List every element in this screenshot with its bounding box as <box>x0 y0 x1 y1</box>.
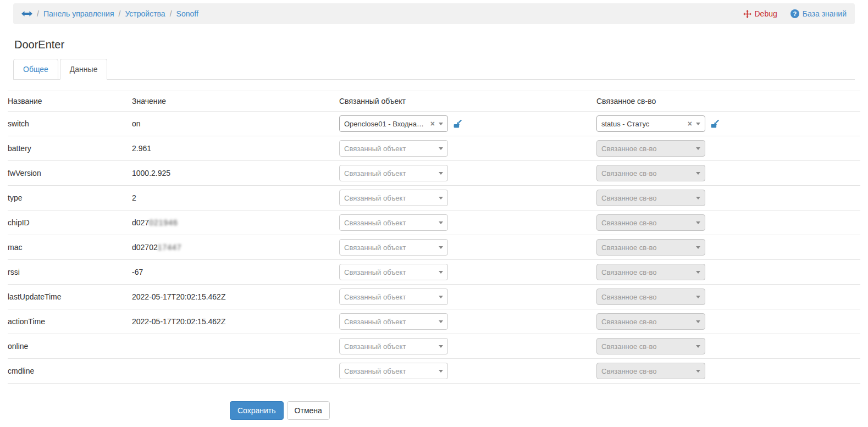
table-row: switch on Openclose01 - Входна…× status … <box>8 112 860 136</box>
linked-property-select: Связанное св-во <box>596 313 705 330</box>
table-body: switch on Openclose01 - Входна…× status … <box>8 112 860 384</box>
breadcrumb-link-devices[interactable]: Устройства <box>125 9 165 18</box>
select-value: Связанный объект <box>344 219 439 227</box>
select-value: Связанный объект <box>344 342 439 351</box>
select-value: Связанный объект <box>344 268 439 276</box>
chevron-down-icon <box>696 123 700 125</box>
linked-property-select[interactable]: status - Статус× <box>596 115 705 132</box>
linked-object-select[interactable]: Связанный объект <box>339 289 448 305</box>
select-value: Связанное св-во <box>601 219 696 227</box>
linked-property-select: Связанное св-во <box>596 190 705 206</box>
open-linked-object-icon <box>710 119 720 129</box>
breadcrumb-link-sonoff[interactable]: Sonoff <box>176 9 198 18</box>
redacted-value-part: 17447 <box>158 243 182 252</box>
chevron-down-icon <box>439 271 443 274</box>
param-name: lastUpdateTime <box>8 292 132 301</box>
left-right-arrow-icon <box>21 10 32 17</box>
tab-bar: Общее Данные <box>13 59 855 80</box>
redacted-value-part: 021946 <box>149 218 178 227</box>
select-value: Связанное св-во <box>601 194 696 202</box>
column-header-value: Значение <box>132 97 339 106</box>
open-linked-object-button[interactable] <box>453 119 462 129</box>
param-name: rssi <box>8 268 132 276</box>
chevron-down-icon <box>696 320 700 323</box>
cancel-button[interactable]: Отмена <box>287 401 330 420</box>
chevron-down-icon <box>439 172 443 175</box>
device-data-table: Название Значение Связанный объект Связа… <box>8 91 860 384</box>
chevron-down-icon <box>696 271 700 274</box>
clear-selection-icon[interactable]: × <box>688 120 692 127</box>
chevron-down-icon <box>696 345 700 348</box>
debug-link[interactable]: Debug <box>743 9 777 18</box>
chevron-down-icon <box>696 370 700 373</box>
debug-label: Debug <box>755 9 777 18</box>
param-value: d0270217447 <box>132 243 339 252</box>
param-name: online <box>8 342 132 351</box>
chevron-down-icon <box>439 320 443 323</box>
table-row: actionTime 2022-05-17T20:02:15.462Z Связ… <box>8 309 860 334</box>
column-header-linked-property: Связанное св-во <box>596 97 860 106</box>
chevron-down-icon <box>439 197 443 199</box>
chevron-down-icon <box>439 123 443 125</box>
select-value: Связанное св-во <box>601 342 696 351</box>
knowledge-base-link[interactable]: ? База знаний <box>790 9 847 18</box>
select-value: Связанное св-во <box>601 243 696 252</box>
chevron-down-icon <box>439 370 443 373</box>
knowledge-base-label: База знаний <box>803 9 847 18</box>
chevron-down-icon <box>696 172 700 175</box>
table-header-row: Название Значение Связанный объект Связа… <box>8 91 860 112</box>
tab-general[interactable]: Общее <box>13 59 58 80</box>
save-button[interactable]: Сохранить <box>230 401 284 420</box>
select-value: Связанный объект <box>344 243 439 252</box>
linked-object-select[interactable]: Связанный объект <box>339 264 448 280</box>
linked-property-select: Связанное св-во <box>596 165 705 181</box>
chevron-down-icon <box>696 147 700 150</box>
chevron-down-icon <box>439 296 443 298</box>
select-value: Связанный объект <box>344 367 439 375</box>
column-header-linked-object: Связанный объект <box>339 97 596 106</box>
linked-object-select[interactable]: Связанный объект <box>339 239 448 256</box>
table-row: chipID d027021946 Связанный объект Связа… <box>8 210 860 235</box>
table-row: fwVersion 1000.2.925 Связанный объект Св… <box>8 161 860 186</box>
chevron-down-icon <box>439 147 443 150</box>
param-name: fwVersion <box>8 169 132 178</box>
linked-object-select[interactable]: Openclose01 - Входна…× <box>339 115 448 132</box>
param-value: 2 <box>132 193 339 202</box>
linked-object-select[interactable]: Связанный объект <box>339 165 448 181</box>
breadcrumb-link-panel[interactable]: Панель управления <box>43 9 114 18</box>
open-linked-object-icon <box>453 119 462 129</box>
table-row: type 2 Связанный объект Связанное св-во <box>8 186 860 210</box>
clear-selection-icon[interactable]: × <box>430 120 435 127</box>
param-value: 1000.2.925 <box>132 169 339 178</box>
linked-object-select[interactable]: Связанный объект <box>339 338 448 354</box>
param-name: battery <box>8 144 132 153</box>
select-value: Связанный объект <box>344 145 439 153</box>
linked-object-select[interactable]: Связанный объект <box>339 363 448 379</box>
question-circle-icon: ? <box>790 9 799 18</box>
column-header-name: Название <box>8 97 132 106</box>
table-row: rssi -67 Связанный объект Связанное св-в… <box>8 260 860 285</box>
select-value: status - Статус <box>601 120 685 128</box>
linked-object-select[interactable]: Связанный объект <box>339 140 448 157</box>
breadcrumb-bar: / Панель управления / Устройства / Sonof… <box>13 3 855 24</box>
select-value: Связанное св-во <box>601 268 696 276</box>
chevron-down-icon <box>696 246 700 249</box>
param-name: switch <box>8 119 132 128</box>
page-title: DoorEnter <box>14 38 868 51</box>
table-row: online Связанный объект Связанное св-во <box>8 334 860 359</box>
param-value: -67 <box>132 268 339 276</box>
param-name: cmdline <box>8 367 132 375</box>
select-value: Связанный объект <box>344 169 439 178</box>
tab-data[interactable]: Данные <box>60 59 108 80</box>
param-value: 2022-05-17T20:02:15.462Z <box>132 317 339 326</box>
param-name: actionTime <box>8 317 132 326</box>
param-name: chipID <box>8 218 132 227</box>
table-row: battery 2.961 Связанный объект Связанное… <box>8 136 860 161</box>
home-link[interactable] <box>21 10 32 17</box>
select-value: Связанный объект <box>344 194 439 202</box>
linked-object-select[interactable]: Связанный объект <box>339 214 448 231</box>
open-linked-object-button[interactable] <box>710 119 720 129</box>
linked-object-select[interactable]: Связанный объект <box>339 313 448 330</box>
linked-object-select[interactable]: Связанный объект <box>339 190 448 206</box>
linked-property-select: Связанное св-во <box>596 140 705 157</box>
